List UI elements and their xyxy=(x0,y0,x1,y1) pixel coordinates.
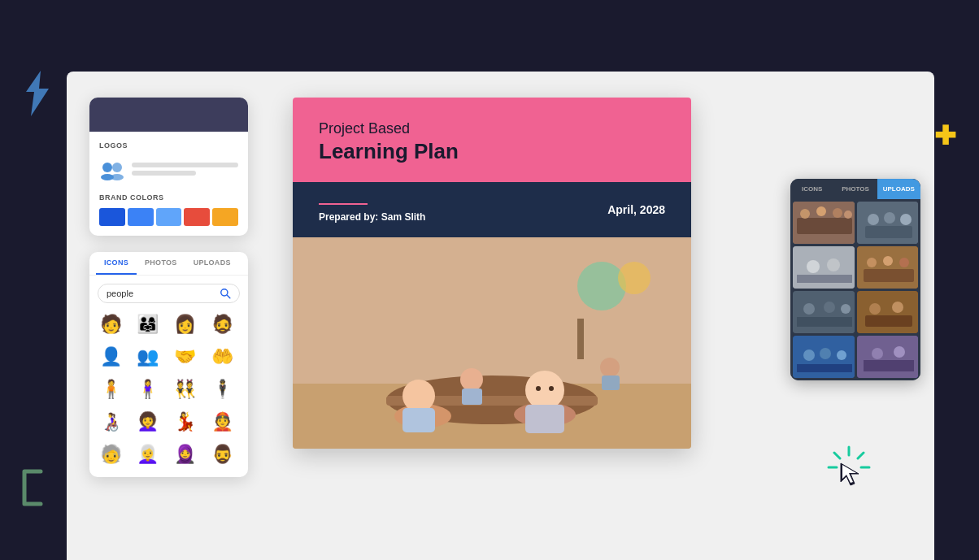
svg-point-58 xyxy=(820,348,831,359)
doc-classroom-image xyxy=(293,237,691,449)
prepared-label: Prepared by: xyxy=(319,211,378,223)
svg-point-29 xyxy=(816,206,826,216)
svg-point-30 xyxy=(833,208,842,218)
icons-panel-tabs: ICONS PHOTOS UPLOADS xyxy=(89,252,248,276)
icon-standing-1[interactable]: 🧍 xyxy=(96,375,125,404)
icon-handshake[interactable]: 🤝 xyxy=(171,342,200,371)
photos-grid xyxy=(790,199,920,380)
svg-rect-16 xyxy=(402,408,435,432)
svg-point-21 xyxy=(549,386,554,391)
photos-tab-uploads[interactable]: UPLOADS xyxy=(877,179,920,199)
swatch-5 xyxy=(212,208,238,226)
svg-rect-19 xyxy=(525,405,564,433)
icon-standing-2[interactable]: 🧍‍♀️ xyxy=(133,375,163,404)
icon-person-1[interactable]: 🧑 xyxy=(96,310,125,339)
svg-line-6 xyxy=(227,295,230,298)
tab-photos[interactable]: PHOTOS xyxy=(137,252,185,275)
svg-point-62 xyxy=(872,348,883,359)
doc-title-main: Learning Plan xyxy=(319,139,665,164)
svg-point-57 xyxy=(803,349,815,361)
photo-3[interactable] xyxy=(793,246,855,289)
svg-point-44 xyxy=(883,256,893,266)
icon-suit[interactable]: 🕴️ xyxy=(207,375,237,404)
logos-label: LOGOS xyxy=(99,141,238,150)
icon-silhouette-2[interactable]: 👥 xyxy=(133,342,163,371)
photos-panel: ICONS PHOTOS UPLOADS xyxy=(790,179,920,380)
icon-wheelchair[interactable]: 👩‍🦽 xyxy=(96,407,125,436)
tab-icons[interactable]: ICONS xyxy=(96,252,137,275)
svg-point-4 xyxy=(111,174,124,180)
svg-point-36 xyxy=(900,214,912,225)
brand-panel: LOGOS BRAND COLORS xyxy=(89,98,248,236)
svg-rect-23 xyxy=(462,389,482,405)
icon-hands[interactable]: 🤲 xyxy=(207,342,237,371)
svg-point-43 xyxy=(867,258,877,267)
icons-grid: 🧑 👨‍👩‍👧 👩 🧔 👤 👥 🤝 🤲 🧍 🧍‍♀️ 👯 🕴️ 👩‍🦽 👩‍🦱 … xyxy=(89,310,248,477)
logo-icon xyxy=(99,156,125,182)
photo-7[interactable] xyxy=(793,336,855,378)
photo-6[interactable] xyxy=(857,291,919,333)
photo-5[interactable] xyxy=(793,291,855,333)
svg-point-35 xyxy=(884,212,895,224)
photo-2[interactable] xyxy=(857,202,919,244)
icon-hijab[interactable]: 🧕 xyxy=(171,440,200,469)
svg-marker-0 xyxy=(26,71,49,116)
search-input[interactable] xyxy=(107,289,220,298)
cursor-indicator xyxy=(825,443,873,495)
svg-rect-47 xyxy=(797,317,852,327)
icon-family[interactable]: 👨‍👩‍👧 xyxy=(133,310,163,339)
icon-dancers[interactable]: 👯 xyxy=(171,375,200,404)
lightning-icon xyxy=(16,69,61,114)
tab-uploads[interactable]: UPLOADS xyxy=(185,252,239,275)
doc-pink-header: Project Based Learning Plan xyxy=(293,98,691,182)
doc-dark-header: Prepared by: Sam Slith April, 2028 xyxy=(293,182,691,237)
icon-white-hair[interactable]: 👩‍🦳 xyxy=(133,440,163,469)
svg-point-45 xyxy=(899,258,909,267)
icon-elder[interactable]: 🧓 xyxy=(96,440,125,469)
svg-rect-7 xyxy=(293,237,691,384)
swatch-1 xyxy=(99,208,125,226)
svg-point-28 xyxy=(800,209,810,219)
svg-rect-38 xyxy=(797,275,852,283)
photo-1[interactable] xyxy=(793,202,855,244)
search-bar[interactable] xyxy=(98,284,240,303)
background: ✚ LOGOS xyxy=(0,0,979,560)
svg-point-54 xyxy=(892,302,903,313)
svg-rect-33 xyxy=(865,226,912,238)
svg-point-39 xyxy=(807,260,820,273)
photos-tab-photos[interactable]: PHOTOS xyxy=(833,179,877,199)
icon-curly[interactable]: 👩‍🦱 xyxy=(133,407,163,436)
svg-rect-27 xyxy=(797,218,852,234)
svg-rect-56 xyxy=(797,364,852,372)
svg-rect-11 xyxy=(577,319,584,359)
photo-8[interactable] xyxy=(857,336,919,378)
icon-dancer[interactable]: 💃 xyxy=(171,407,200,436)
swatch-2 xyxy=(128,208,154,226)
svg-line-66 xyxy=(858,453,864,458)
svg-point-1 xyxy=(102,163,112,172)
icon-beard[interactable]: 🧔 xyxy=(207,310,237,339)
icon-silhouette-1[interactable]: 👤 xyxy=(96,342,125,371)
prepared-name: Sam Slith xyxy=(381,211,426,223)
search-icon xyxy=(220,288,231,299)
svg-point-10 xyxy=(618,262,650,294)
svg-point-40 xyxy=(827,258,840,271)
swatch-3 xyxy=(156,208,182,226)
svg-point-15 xyxy=(402,380,435,412)
photo-4[interactable] xyxy=(857,246,919,289)
svg-point-20 xyxy=(536,386,541,391)
svg-point-22 xyxy=(460,368,483,391)
photos-tab-icons[interactable]: ICONS xyxy=(790,179,833,199)
icon-woman[interactable]: 👩 xyxy=(171,310,200,339)
icons-panel: ICONS PHOTOS UPLOADS 🧑 👨‍👩‍👧 👩 🧔 👤 👥 🤝 🤲… xyxy=(89,252,248,477)
svg-rect-61 xyxy=(864,360,914,371)
icon-man-beard[interactable]: 🧔‍♂️ xyxy=(207,440,237,469)
doc-prepared: Prepared by: Sam Slith xyxy=(319,211,425,223)
svg-rect-52 xyxy=(865,315,912,327)
svg-point-48 xyxy=(803,303,815,315)
brand-colors-label: BRAND COLORS xyxy=(99,193,238,202)
icon-cap[interactable]: 👲 xyxy=(207,407,237,436)
swatch-4 xyxy=(184,208,210,226)
svg-rect-25 xyxy=(602,376,620,390)
photos-panel-tabs: ICONS PHOTOS UPLOADS xyxy=(790,179,920,199)
